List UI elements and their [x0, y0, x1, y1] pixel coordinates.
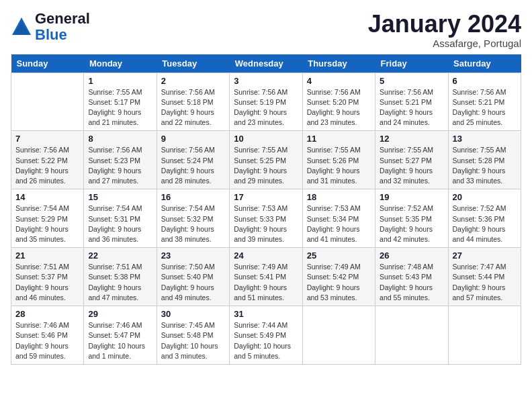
- day-info: Sunrise: 7:44 AM Sunset: 5:49 PM Dayligh…: [234, 320, 298, 361]
- day-number: 31: [234, 309, 298, 319]
- logo: General Blue: [11, 11, 90, 43]
- day-info: Sunrise: 7:45 AM Sunset: 5:48 PM Dayligh…: [161, 320, 225, 361]
- logo-text: General Blue: [35, 10, 90, 43]
- day-info: Sunrise: 7:50 AM Sunset: 5:40 PM Dayligh…: [161, 262, 225, 303]
- weekday-header: Thursday: [302, 54, 375, 73]
- day-info: Sunrise: 7:56 AM Sunset: 5:21 PM Dayligh…: [453, 87, 517, 128]
- calendar-cell: 8Sunrise: 7:56 AM Sunset: 5:23 PM Daylig…: [84, 131, 157, 189]
- calendar-table: SundayMondayTuesdayWednesdayThursdayFrid…: [11, 54, 521, 365]
- day-number: 14: [15, 192, 79, 202]
- calendar-cell: 31Sunrise: 7:44 AM Sunset: 5:49 PM Dayli…: [230, 306, 302, 365]
- calendar-cell: 19Sunrise: 7:52 AM Sunset: 5:35 PM Dayli…: [375, 189, 448, 248]
- calendar-week-row: 1Sunrise: 7:55 AM Sunset: 5:17 PM Daylig…: [11, 73, 521, 131]
- month-title: January 2024: [368, 11, 521, 38]
- weekday-header: Sunday: [11, 54, 84, 73]
- calendar-week-row: 14Sunrise: 7:54 AM Sunset: 5:29 PM Dayli…: [11, 189, 521, 248]
- calendar-cell: 16Sunrise: 7:54 AM Sunset: 5:32 PM Dayli…: [157, 189, 229, 248]
- day-number: 21: [15, 250, 79, 261]
- calendar-cell: 23Sunrise: 7:50 AM Sunset: 5:40 PM Dayli…: [157, 248, 229, 306]
- calendar-cell: 10Sunrise: 7:55 AM Sunset: 5:25 PM Dayli…: [230, 131, 302, 189]
- calendar-cell: 1Sunrise: 7:55 AM Sunset: 5:17 PM Daylig…: [84, 73, 157, 131]
- weekday-header-row: SundayMondayTuesdayWednesdayThursdayFrid…: [11, 54, 521, 73]
- logo-icon: [11, 16, 32, 38]
- weekday-header: Friday: [375, 54, 448, 73]
- day-number: 30: [161, 309, 225, 319]
- calendar-cell: 11Sunrise: 7:55 AM Sunset: 5:26 PM Dayli…: [302, 131, 375, 189]
- day-info: Sunrise: 7:55 AM Sunset: 5:28 PM Dayligh…: [453, 145, 517, 186]
- day-number: 5: [380, 76, 443, 86]
- calendar-cell: [448, 306, 521, 365]
- day-info: Sunrise: 7:53 AM Sunset: 5:34 PM Dayligh…: [307, 203, 371, 244]
- day-number: 9: [161, 134, 225, 144]
- day-info: Sunrise: 7:56 AM Sunset: 5:22 PM Dayligh…: [15, 145, 79, 186]
- day-info: Sunrise: 7:46 AM Sunset: 5:47 PM Dayligh…: [88, 320, 152, 361]
- day-info: Sunrise: 7:54 AM Sunset: 5:29 PM Dayligh…: [15, 203, 79, 244]
- day-info: Sunrise: 7:47 AM Sunset: 5:44 PM Dayligh…: [453, 262, 517, 303]
- weekday-header: Wednesday: [230, 54, 302, 73]
- day-number: 19: [380, 192, 443, 202]
- day-info: Sunrise: 7:54 AM Sunset: 5:32 PM Dayligh…: [161, 203, 225, 244]
- calendar-cell: 5Sunrise: 7:56 AM Sunset: 5:21 PM Daylig…: [375, 73, 448, 131]
- calendar-cell: 29Sunrise: 7:46 AM Sunset: 5:47 PM Dayli…: [84, 306, 157, 365]
- day-info: Sunrise: 7:55 AM Sunset: 5:17 PM Dayligh…: [88, 87, 152, 128]
- title-block: January 2024 Assafarge, Portugal: [368, 11, 521, 49]
- calendar-cell: 15Sunrise: 7:54 AM Sunset: 5:31 PM Dayli…: [84, 189, 157, 248]
- calendar-cell: [375, 306, 448, 365]
- calendar-cell: 18Sunrise: 7:53 AM Sunset: 5:34 PM Dayli…: [302, 189, 375, 248]
- day-info: Sunrise: 7:56 AM Sunset: 5:23 PM Dayligh…: [88, 145, 152, 186]
- day-info: Sunrise: 7:54 AM Sunset: 5:31 PM Dayligh…: [88, 203, 152, 244]
- day-number: 15: [88, 192, 152, 202]
- location: Assafarge, Portugal: [368, 38, 521, 49]
- calendar-cell: 9Sunrise: 7:56 AM Sunset: 5:24 PM Daylig…: [157, 131, 229, 189]
- day-info: Sunrise: 7:56 AM Sunset: 5:24 PM Dayligh…: [161, 145, 225, 186]
- day-info: Sunrise: 7:56 AM Sunset: 5:21 PM Dayligh…: [380, 87, 443, 128]
- day-info: Sunrise: 7:56 AM Sunset: 5:19 PM Dayligh…: [234, 87, 298, 128]
- day-number: 29: [88, 309, 152, 319]
- calendar-cell: 12Sunrise: 7:55 AM Sunset: 5:27 PM Dayli…: [375, 131, 448, 189]
- calendar-cell: 27Sunrise: 7:47 AM Sunset: 5:44 PM Dayli…: [448, 248, 521, 306]
- day-info: Sunrise: 7:53 AM Sunset: 5:33 PM Dayligh…: [234, 203, 298, 244]
- day-info: Sunrise: 7:55 AM Sunset: 5:27 PM Dayligh…: [380, 145, 443, 186]
- day-number: 11: [307, 134, 371, 144]
- calendar-week-row: 28Sunrise: 7:46 AM Sunset: 5:46 PM Dayli…: [11, 306, 521, 365]
- calendar-cell: [302, 306, 375, 365]
- day-number: 4: [307, 76, 371, 86]
- calendar-week-row: 7Sunrise: 7:56 AM Sunset: 5:22 PM Daylig…: [11, 131, 521, 189]
- day-info: Sunrise: 7:52 AM Sunset: 5:35 PM Dayligh…: [380, 203, 443, 244]
- calendar-cell: 26Sunrise: 7:48 AM Sunset: 5:43 PM Dayli…: [375, 248, 448, 306]
- day-number: 10: [234, 134, 298, 144]
- day-info: Sunrise: 7:56 AM Sunset: 5:20 PM Dayligh…: [307, 87, 371, 128]
- day-info: Sunrise: 7:56 AM Sunset: 5:18 PM Dayligh…: [161, 87, 225, 128]
- day-number: 17: [234, 192, 298, 202]
- day-number: 20: [453, 192, 517, 202]
- day-info: Sunrise: 7:52 AM Sunset: 5:36 PM Dayligh…: [453, 203, 517, 244]
- day-number: 12: [380, 134, 443, 144]
- page-header: General Blue January 2024 Assafarge, Por…: [11, 11, 521, 49]
- calendar-cell: 25Sunrise: 7:49 AM Sunset: 5:42 PM Dayli…: [302, 248, 375, 306]
- calendar-week-row: 21Sunrise: 7:51 AM Sunset: 5:37 PM Dayli…: [11, 248, 521, 306]
- day-number: 23: [161, 250, 225, 261]
- calendar-cell: 22Sunrise: 7:51 AM Sunset: 5:38 PM Dayli…: [84, 248, 157, 306]
- day-info: Sunrise: 7:49 AM Sunset: 5:41 PM Dayligh…: [234, 262, 298, 303]
- calendar-cell: 17Sunrise: 7:53 AM Sunset: 5:33 PM Dayli…: [230, 189, 302, 248]
- day-number: 6: [453, 76, 517, 86]
- calendar-cell: 7Sunrise: 7:56 AM Sunset: 5:22 PM Daylig…: [11, 131, 84, 189]
- calendar-cell: 13Sunrise: 7:55 AM Sunset: 5:28 PM Dayli…: [448, 131, 521, 189]
- day-number: 3: [234, 76, 298, 86]
- calendar-cell: 24Sunrise: 7:49 AM Sunset: 5:41 PM Dayli…: [230, 248, 302, 306]
- day-info: Sunrise: 7:46 AM Sunset: 5:46 PM Dayligh…: [15, 320, 79, 361]
- day-info: Sunrise: 7:48 AM Sunset: 5:43 PM Dayligh…: [380, 262, 443, 303]
- day-info: Sunrise: 7:51 AM Sunset: 5:38 PM Dayligh…: [88, 262, 152, 303]
- day-number: 13: [453, 134, 517, 144]
- day-number: 26: [380, 250, 443, 261]
- day-info: Sunrise: 7:55 AM Sunset: 5:25 PM Dayligh…: [234, 145, 298, 186]
- weekday-header: Saturday: [448, 54, 521, 73]
- weekday-header: Tuesday: [157, 54, 229, 73]
- calendar-cell: [11, 73, 84, 131]
- calendar-cell: 20Sunrise: 7:52 AM Sunset: 5:36 PM Dayli…: [448, 189, 521, 248]
- calendar-cell: 3Sunrise: 7:56 AM Sunset: 5:19 PM Daylig…: [230, 73, 302, 131]
- day-number: 16: [161, 192, 225, 202]
- day-info: Sunrise: 7:51 AM Sunset: 5:37 PM Dayligh…: [15, 262, 79, 303]
- day-number: 18: [307, 192, 371, 202]
- day-number: 25: [307, 250, 371, 261]
